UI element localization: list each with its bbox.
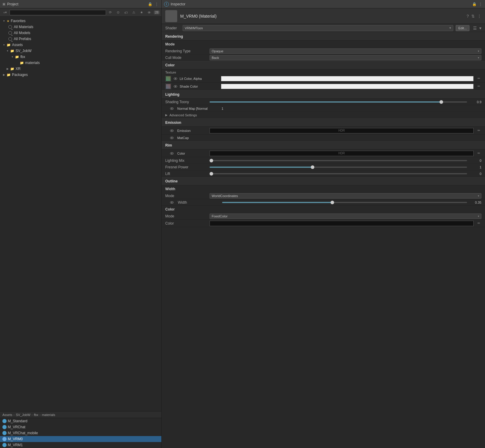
xr-arrow: ▶ [6, 67, 9, 70]
material-m-vrchat[interactable]: M_VRChat [0, 424, 161, 430]
rendering-type-dropdown[interactable]: Opaque ▾ [210, 48, 481, 54]
shader-dropdown[interactable]: VRM/MToon ▾ [183, 25, 453, 31]
lift-track[interactable] [210, 173, 467, 174]
packages-folder-icon: 📁 [7, 73, 11, 77]
search-input[interactable] [10, 10, 106, 15]
star-icon: ★ [7, 19, 10, 23]
sv-jobw-folder[interactable]: ▾ 📁 SV_JobW [0, 48, 161, 54]
lit-color-eye-icon[interactable] [174, 77, 177, 80]
outline-width-track[interactable] [222, 202, 467, 203]
add-button[interactable]: +▾ [2, 10, 8, 16]
outline-color-swatch[interactable] [210, 221, 474, 226]
assets-header[interactable]: ▾ 📁 Assets [0, 42, 161, 48]
lift-thumb[interactable] [210, 172, 213, 176]
material-sphere-icon [2, 425, 7, 429]
scene-filter-button[interactable]: ⊙ [115, 10, 122, 16]
material-m-standard[interactable]: M_Standard [0, 418, 161, 424]
inspector-lock-icon[interactable]: 🔒 [472, 2, 477, 6]
texture-label: Texture [162, 69, 485, 75]
advanced-settings-label: Advanced Settings [169, 113, 197, 117]
matcap-eye-icon[interactable] [170, 137, 174, 139]
fbx-arrow: ▾ [11, 55, 14, 58]
packages-folder[interactable]: ▶ 📁 Packages [0, 72, 161, 78]
outline-width-row: Width 0.35 [162, 199, 485, 206]
project-panel-title: Project [7, 2, 146, 6]
shade-color-swatch[interactable] [221, 84, 474, 89]
star-filter-button[interactable]: ★ [138, 10, 145, 16]
material-m-vrm1[interactable]: M_VRM1 [0, 442, 161, 448]
xr-folder[interactable]: ▶ 📁 XR [0, 66, 161, 72]
color-section-header: Color [162, 61, 485, 69]
rim-color-eye-icon[interactable] [170, 152, 174, 155]
outline-width-fill [222, 202, 332, 203]
shade-color-eye-icon[interactable] [174, 85, 177, 88]
outline-color-label: Color [165, 221, 207, 225]
rim-hdr-swatch[interactable]: HDR [210, 151, 474, 156]
outline-width-value: 0.35 [469, 201, 481, 204]
shader-expand-icon[interactable]: ▾ [479, 26, 481, 31]
materials-folder[interactable]: ▶ 📁 materials [0, 60, 161, 66]
material-sphere-icon [2, 431, 7, 435]
outline-color-eyedropper[interactable]: ✏ [476, 221, 481, 226]
emission-hdr-swatch[interactable]: HDR [210, 128, 474, 133]
refresh-button[interactable]: ⟳ [107, 10, 114, 16]
material-m-vrchat-mobile[interactable]: M_VRChat_mobile [0, 430, 161, 436]
sv-jobw-label: SV_JobW [16, 49, 31, 53]
shading-toony-track[interactable] [210, 101, 467, 103]
inspector-more-icon[interactable]: ⋮ [477, 14, 481, 19]
breadcrumb: Assets › SV_JobW › fbx › materials [0, 412, 161, 418]
shader-edit-button[interactable]: Edit... [456, 25, 469, 31]
inspector-settings-icon[interactable]: ⇅ [471, 14, 475, 19]
outline-mode-dropdown[interactable]: WorldCoordinates ▾ [210, 193, 481, 199]
all-materials-item[interactable]: All Materials [0, 24, 161, 30]
shade-color-eyedropper[interactable]: ✏ [476, 84, 481, 89]
outline-width-eye-icon[interactable] [170, 201, 174, 204]
assets-arrow: ▾ [2, 43, 5, 46]
lighting-mix-thumb[interactable] [210, 159, 213, 162]
lighting-mix-track[interactable] [210, 160, 467, 161]
normal-map-row: Normal Map [Normal 1 [162, 105, 485, 112]
search-small-icon [8, 37, 12, 41]
all-prefabs-item[interactable]: All Prefabs [0, 36, 161, 42]
eye-filter-button[interactable]: 👁 [146, 10, 153, 16]
rendering-type-label: Rendering Type [165, 49, 207, 53]
rim-color-eyedropper[interactable]: ✏ [476, 151, 481, 156]
favorites-header[interactable]: ▾ ★ Favorites [0, 18, 161, 24]
fresnel-power-track[interactable] [210, 167, 467, 168]
shading-toony-label: Shading Toony [165, 100, 207, 104]
lighting-mix-row: Lighting Mix 0 [162, 157, 485, 164]
tag-filter-button[interactable]: 🏷 [123, 10, 129, 16]
help-icon[interactable]: ? [466, 14, 469, 19]
fresnel-power-value: 1 [469, 165, 481, 169]
advanced-settings-row[interactable]: ▶ Advanced Settings [162, 112, 485, 118]
lit-color-row: Lit Color, Alpha ✏ [162, 75, 485, 83]
assets-label: Assets [12, 43, 23, 47]
emission-eye-icon[interactable] [170, 129, 174, 132]
more-options-icon[interactable]: ⋮ [154, 2, 159, 7]
favorites-label: Favorites [11, 19, 25, 23]
alert-filter-button[interactable]: ⚠ [131, 10, 137, 16]
project-toolbar: +▾ ⟳ ⊙ 🏷 ⚠ ★ 👁 28 [0, 8, 161, 17]
material-m-vrm0[interactable]: M_VRM0 [0, 436, 161, 442]
lit-color-swatch[interactable] [221, 76, 474, 81]
outline-width-subsection: Width [162, 185, 485, 193]
cull-mode-row: Cull Mode Back ▾ [162, 54, 485, 61]
normal-map-eye-icon[interactable] [170, 107, 174, 110]
shader-list-icon[interactable]: ☰ [473, 26, 477, 31]
cull-mode-dropdown[interactable]: Back ▾ [210, 55, 481, 60]
lock-icon[interactable]: 🔒 [148, 2, 152, 7]
all-models-item[interactable]: All Models [0, 30, 161, 36]
outline-width-thumb[interactable] [331, 201, 334, 204]
shader-label: Shader [165, 26, 180, 30]
outline-color-mode-dropdown[interactable]: FixedColor ▾ [210, 214, 481, 219]
fresnel-power-thumb[interactable] [311, 165, 314, 169]
fresnel-power-label: Fresnel Power [165, 165, 207, 169]
fbx-folder[interactable]: ▾ 📁 fbx [0, 54, 161, 60]
material-thumbnail [165, 10, 177, 22]
emission-eyedropper[interactable]: ✏ [476, 128, 481, 133]
shading-toony-thumb[interactable] [439, 100, 443, 104]
inspector-options-icon[interactable]: ⋮ [478, 2, 483, 7]
lit-color-eyedropper[interactable]: ✏ [476, 76, 481, 81]
search-small-icon [8, 25, 12, 29]
sv-jobw-folder-icon: 📁 [10, 49, 14, 53]
